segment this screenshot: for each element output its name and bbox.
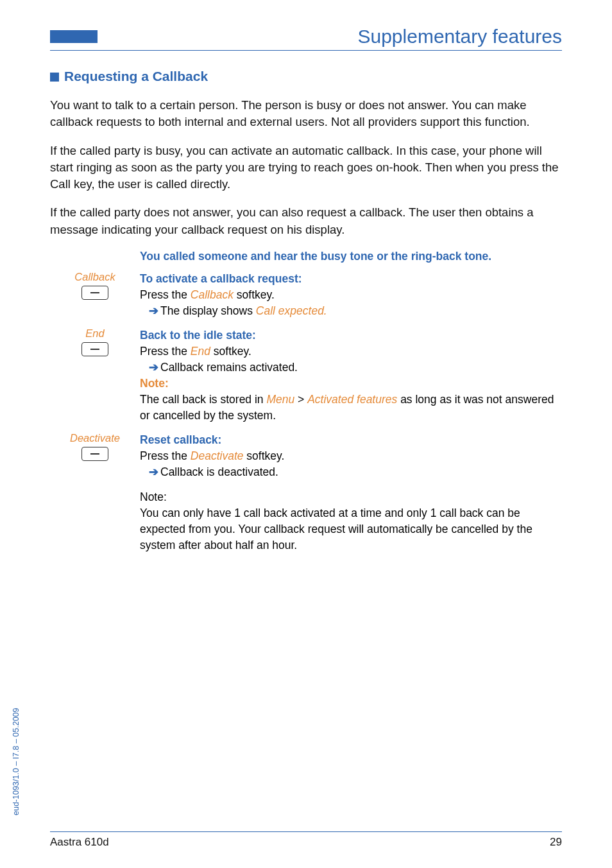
step-callback-line1b: Callback [191,288,234,301]
step-end-line1c: softkey. [210,345,251,358]
arrow-icon: ➔ [149,361,158,374]
softkey-icon [81,286,108,300]
softkey-icon [81,447,108,461]
step-end-line1b: End [191,345,210,358]
final-note: Note: You can only have 1 call back acti… [140,489,562,553]
step-deactivate-line2: Callback is deactivated. [160,465,278,478]
steps-block: You called someone and hear the busy ton… [50,250,562,553]
softkey-icon [81,342,108,356]
final-note-text: You can only have 1 call back activated … [140,505,562,553]
running-head: Supplementary features [50,26,562,51]
step-end-note-label: Note: [140,377,169,390]
softkey-label-deactivate: Deactivate [50,432,140,444]
final-note-label: Note: [140,490,167,503]
step-deactivate-line1c: softkey. [243,449,284,462]
step-end-note-a: The call back is stored in [140,393,266,406]
step-end-note-c: Activated features [307,393,397,406]
step-end-title: Back to the idle state: [140,329,256,342]
step-callback-line2b: Call expected. [256,304,327,317]
intro-paragraph-1: You want to talk to a certain person. Th… [50,97,562,131]
section-title-text: Requesting a Callback [64,69,208,83]
header-rule [50,50,562,51]
step-end-note-b: Menu [266,393,294,406]
softkey-label-end: End [50,327,140,340]
step-deactivate-line1b: Deactivate [191,449,244,462]
step-end: End Back to the idle state: Press the En… [50,327,562,423]
square-bullet-icon [50,73,59,82]
step-deactivate-title: Reset callback: [140,433,221,446]
step-end-line2: Callback remains activated. [160,361,298,374]
step-end-line1a: Press the [140,345,191,358]
running-title: Supplementary features [357,26,562,48]
footer-product: Aastra 610d [50,836,109,849]
step-callback-line1c: softkey. [234,288,275,301]
arrow-icon: ➔ [149,465,158,478]
document-id-vertical: eud-1093/1.0 – I7.8 – 05.2009 [12,707,21,815]
lead-line: You called someone and hear the busy ton… [140,250,562,263]
intro-paragraph-2: If the called party is busy, you can act… [50,143,562,193]
step-callback-line2a: The display shows [160,304,256,317]
step-end-note-gt: > [294,393,307,406]
step-callback: Callback To activate a callback request:… [50,271,562,319]
intro-paragraph-3: If the called party does not answer, you… [50,204,562,238]
footer-rule [50,831,562,832]
header-accent-bar [50,30,98,43]
softkey-label-callback: Callback [50,271,140,283]
step-callback-line1a: Press the [140,288,191,301]
section-title: Requesting a Callback [50,69,562,84]
step-deactivate-line1a: Press the [140,449,191,462]
step-callback-title: To activate a callback request: [140,272,302,285]
page-footer: Aastra 610d 29 [50,831,562,849]
arrow-icon: ➔ [149,304,158,317]
step-deactivate: Deactivate Reset callback: Press the Dea… [50,432,562,480]
footer-page-number: 29 [550,836,562,849]
